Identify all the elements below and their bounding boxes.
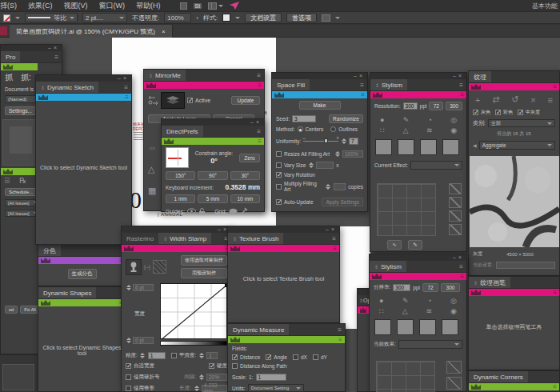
grid-axes-icon[interactable]: ▦ <box>148 186 157 195</box>
apply-settings-button[interactable]: Apply Settings <box>322 198 363 206</box>
twirl-effect-icon[interactable]: ◎ <box>450 298 457 305</box>
preset-box[interactable] <box>449 197 462 208</box>
precision-stepper[interactable] <box>140 351 146 359</box>
effect-swatch[interactable] <box>420 139 437 155</box>
axes-icon[interactable] <box>148 95 158 106</box>
panel-menu-icon[interactable]: ≡ <box>257 128 264 135</box>
dot-effect-icon[interactable]: ◉ <box>450 308 457 315</box>
delete-texture-icon[interactable]: × <box>530 95 535 105</box>
outlines-radio[interactable] <box>330 126 336 132</box>
guides-visibility-icon[interactable] <box>187 208 196 214</box>
resize-stepper[interactable] <box>334 150 340 158</box>
precision-input[interactable]: 1 <box>148 352 166 359</box>
smoothness-input[interactable]: 1 <box>206 352 218 359</box>
increment-5mm-button[interactable]: 5 mm <box>198 194 227 203</box>
menu-effect[interactable]: 效果(C) <box>28 1 53 11</box>
panel-hint[interactable]: Click to select Dynamic Sketch tool <box>36 165 131 170</box>
window-buttons[interactable]: –× <box>118 75 129 82</box>
width-profile-curve[interactable] <box>160 283 227 339</box>
effect-swatch[interactable] <box>374 319 391 335</box>
grayscale-checkbox[interactable] <box>473 110 478 115</box>
chevron-down-icon[interactable] <box>15 17 20 19</box>
angle-150-button[interactable]: 150° <box>166 171 195 180</box>
brand-menu-icon[interactable]: ≡ <box>258 82 262 89</box>
active-checkbox[interactable] <box>187 98 193 103</box>
angle-90-button[interactable]: 90° <box>198 171 227 180</box>
effect-grid[interactable] <box>377 183 436 236</box>
seed-input[interactable]: 3 <box>292 115 316 122</box>
uniformity-stepper[interactable] <box>341 137 346 145</box>
make-button[interactable]: Make <box>299 101 341 110</box>
gap-stepper[interactable] <box>198 373 204 381</box>
tab-dynamic-shapes[interactable]: Dynamic Shapes <box>38 287 96 298</box>
twirl-effect-icon[interactable]: ◎ <box>450 117 457 124</box>
tab-texture-brush-cn[interactable]: 纹理画笔 <box>469 277 510 288</box>
resolution-input[interactable]: 300 <box>393 284 410 291</box>
style-swatch[interactable] <box>222 14 230 22</box>
tab-pro[interactable]: Pro <box>1 51 20 62</box>
menu-window[interactable]: 窗口(W) <box>99 1 126 11</box>
increment-1mm-button[interactable]: 1 mm <box>166 194 195 203</box>
uniformity-slider[interactable]: –+ <box>303 138 338 144</box>
chevron-right-icon[interactable]: › <box>196 14 198 22</box>
angle-30-button[interactable]: 30° <box>230 171 260 180</box>
grab-tool-icon[interactable]: 抓 <box>5 72 13 83</box>
list-report-icon[interactable]: ⌸ <box>5 177 10 185</box>
tab-stylism-cn[interactable]: Stylism <box>370 261 406 272</box>
panel-menu-icon[interactable]: ≡ <box>459 263 466 270</box>
randomize-button[interactable]: Randomize <box>329 114 363 123</box>
brand-menu-icon[interactable]: ≡ <box>361 91 365 98</box>
panel-menu-icon[interactable]: ≡ <box>332 235 339 242</box>
preset-box[interactable] <box>446 361 462 374</box>
generate-separations-button[interactable]: 生成分色 <box>68 269 97 279</box>
distance-along-path-checkbox[interactable] <box>232 363 238 369</box>
panel-menu-icon[interactable]: ≡ <box>360 82 367 89</box>
vary-rotation-checkbox[interactable] <box>276 172 282 178</box>
tab-width-stamp[interactable]: Width Stamp <box>158 233 211 244</box>
curve-button[interactable]: ∿ <box>387 240 402 250</box>
uniformity-input[interactable]: 7 <box>349 138 358 145</box>
update-button[interactable]: Update <box>231 96 260 105</box>
tab-mirrorme[interactable]: MirrorMe <box>144 70 186 81</box>
stamp-tool-button[interactable] <box>126 259 142 275</box>
effect-swatch[interactable] <box>442 319 458 335</box>
wave-effect-icon[interactable]: ≋ <box>426 127 433 134</box>
ed-button[interactable]: ed <box>5 306 18 314</box>
tab-dynamic-corners[interactable]: Dynamic Corners <box>469 371 528 382</box>
auto-update-checkbox[interactable] <box>276 199 282 205</box>
rotate-axes-icon[interactable]: △ <box>148 165 157 174</box>
brush-effect-icon[interactable]: ✎ <box>402 298 409 305</box>
swap-texture-icon[interactable]: ⇄ <box>492 94 499 105</box>
reset-texture-icon[interactable]: ↺ <box>511 94 518 105</box>
tab-separations[interactable]: 分色 <box>38 245 61 256</box>
brand-menu-icon[interactable]: ≡ <box>333 245 337 252</box>
registry-icon[interactable]: ℞ <box>19 177 26 185</box>
window-buttons[interactable]: –× <box>354 73 365 79</box>
stroke-swatch-icon[interactable] <box>3 14 10 22</box>
effect-swatch[interactable] <box>442 139 459 155</box>
panel-hint[interactable]: Click to select Dynamic Shapes tool <box>38 345 126 356</box>
close-icon[interactable]: × <box>162 28 166 35</box>
units-dropdown[interactable]: Document Setting <box>248 384 304 392</box>
vary-size-checkbox[interactable] <box>276 162 282 168</box>
gap-input[interactable]: 20% <box>206 374 227 381</box>
snap-pencil-icon[interactable] <box>240 207 248 215</box>
length-stepper[interactable] <box>194 384 199 392</box>
grid-visibility-icon[interactable] <box>229 208 238 214</box>
max-width-input[interactable]: 6 pt <box>133 284 154 291</box>
resolution-input[interactable]: 300 <box>403 102 418 110</box>
angle-checkbox[interactable] <box>266 354 271 360</box>
panel-menu-icon[interactable]: ≡ <box>54 54 62 61</box>
stroke-profile-dropdown[interactable]: 等比 <box>25 13 78 22</box>
tab-texture[interactable]: 纹理 <box>469 71 491 82</box>
grab-annotate-tool-icon[interactable]: 抓: <box>21 72 31 83</box>
scale-input[interactable]: 1 <box>256 374 286 381</box>
menu-select[interactable]: 选择(S) <box>0 1 17 11</box>
smoothness-stepper[interactable] <box>198 351 204 359</box>
res-300-button[interactable]: 300 <box>446 102 462 110</box>
current-settings-input[interactable] <box>496 262 555 269</box>
window-buttons[interactable]: –× <box>250 119 262 126</box>
use-taper-checkbox[interactable] <box>126 386 131 391</box>
make-from-selection-button[interactable]: 使用选取对象制作 <box>181 255 227 266</box>
preset-box[interactable] <box>449 210 462 222</box>
